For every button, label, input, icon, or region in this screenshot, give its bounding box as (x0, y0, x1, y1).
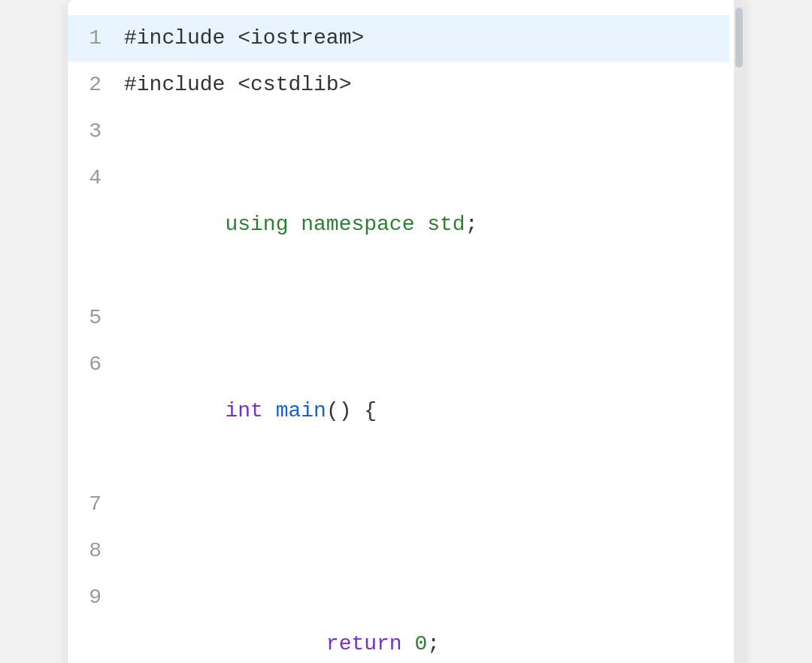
line-number-1: 1 (83, 15, 124, 62)
code-line-8: 8 (68, 528, 729, 574)
code-editor: 1 #include <iostream> 2 #include <cstdli… (68, 0, 744, 663)
space-9 (402, 632, 415, 655)
indent-9 (225, 632, 326, 655)
punctuation-semicolon-4: ; (465, 213, 478, 236)
code-content-2: #include <cstdlib> (124, 62, 351, 108)
keyword-using: using namespace (225, 213, 427, 236)
code-content-9: return 0; (124, 574, 440, 663)
code-line-2: 2 #include <cstdlib> (68, 62, 729, 108)
code-line-7: 7 (68, 481, 729, 528)
code-content-1: #include <iostream> (124, 15, 364, 62)
code-line-9: 9 return 0; (68, 574, 729, 663)
line-number-5: 5 (83, 295, 124, 341)
line-number-3: 3 (83, 108, 124, 155)
function-main: main (276, 399, 326, 422)
line-number-4: 4 (83, 155, 124, 201)
code-line-4: 4 using namespace std; (68, 155, 729, 295)
line-number-8: 8 (83, 528, 124, 574)
scrollbar[interactable] (734, 0, 744, 663)
code-line-1: 1 #include <iostream> (68, 15, 729, 62)
punctuation-6: () { (326, 399, 377, 422)
code-line-5: 5 (68, 295, 729, 341)
line-number-7: 7 (83, 481, 124, 528)
scrollbar-thumb[interactable] (735, 8, 743, 68)
code-line-3: 3 (68, 108, 729, 155)
space-6 (263, 399, 276, 422)
code-content-6: int main() { (124, 341, 377, 481)
keyword-int: int (225, 399, 262, 422)
keyword-return: return (326, 632, 402, 655)
line-number-2: 2 (83, 62, 124, 108)
line-number-6: 6 (83, 341, 124, 388)
line-number-9: 9 (83, 574, 124, 621)
keyword-std: std (427, 213, 465, 236)
number-zero: 0 (414, 632, 427, 655)
code-line-6: 6 int main() { (68, 341, 729, 481)
code-container: 1 #include <iostream> 2 #include <cstdli… (68, 15, 744, 663)
semicolon-9: ; (427, 632, 440, 655)
code-content-4: using namespace std; (124, 155, 478, 295)
